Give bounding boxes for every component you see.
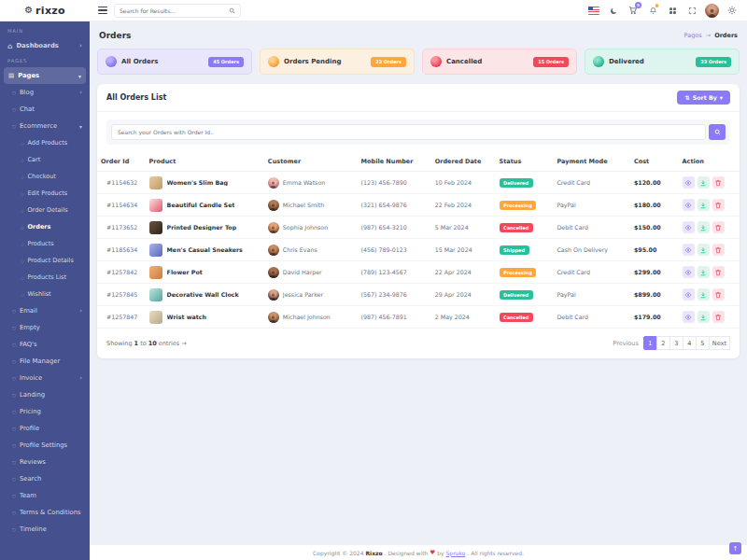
sidebar-item[interactable]: Wishlist: [0, 286, 90, 302]
sidebar-item[interactable]: Search: [0, 470, 90, 487]
delete-order-button[interactable]: [712, 311, 725, 323]
global-search-input[interactable]: [120, 7, 229, 14]
view-order-button[interactable]: [683, 266, 695, 278]
view-order-button[interactable]: [683, 221, 695, 233]
app-logo[interactable]: ⚙ rixzo: [0, 0, 90, 21]
sidebar-item[interactable]: Terms & Conditions: [0, 504, 90, 521]
pagination-page[interactable]: 3: [669, 336, 684, 350]
sidebar-item[interactable]: PAGES: [0, 54, 90, 67]
chevron-down-icon: ▾: [720, 94, 723, 101]
fullscreen-icon[interactable]: [685, 4, 698, 17]
column-header: Ordered Date: [431, 152, 496, 172]
delete-order-button[interactable]: [712, 244, 725, 256]
download-invoice-button[interactable]: [698, 288, 710, 301]
view-order-button[interactable]: [683, 288, 695, 301]
sidebar-item[interactable]: Profile Settings: [0, 437, 90, 454]
sidebar-item[interactable]: Team: [0, 487, 90, 504]
sidebar-item[interactable]: Add Products: [0, 134, 90, 151]
delete-order-button[interactable]: [712, 266, 725, 278]
summary-card[interactable]: All Orders 45 Orders: [97, 49, 252, 75]
dark-mode-icon[interactable]: [607, 4, 620, 17]
sort-icon: ⇅: [684, 94, 689, 101]
summary-card[interactable]: Delivered 23 Orders: [585, 49, 740, 75]
sidebar-item[interactable]: Product Details: [0, 252, 90, 269]
cart-icon[interactable]: 5: [627, 4, 640, 17]
breadcrumb-parent[interactable]: Pages: [684, 32, 702, 39]
sidebar-item[interactable]: Cart: [0, 151, 90, 168]
sidebar-item[interactable]: FAQ's: [0, 336, 90, 353]
trash-icon: [714, 246, 722, 254]
sidebar-item[interactable]: Ecommerce: [0, 118, 90, 134]
sidebar-item[interactable]: Reviews: [0, 454, 90, 470]
download-invoice-button[interactable]: [698, 176, 710, 189]
ordered-date: 29 Apr 2024: [431, 284, 496, 306]
scroll-top-button[interactable]: ↑: [729, 542, 741, 554]
sidebar-item[interactable]: Checkout: [0, 168, 90, 185]
column-header: Customer: [264, 152, 358, 172]
pagination-page[interactable]: 5: [696, 336, 710, 350]
view-order-button[interactable]: [683, 311, 695, 323]
sidebar-item[interactable]: Products: [0, 235, 90, 252]
delete-order-button[interactable]: [712, 221, 725, 233]
menu-toggle-icon[interactable]: [98, 7, 107, 14]
summary-card[interactable]: Orders Pending 23 Orders: [260, 49, 415, 75]
order-cost: $180.00: [630, 194, 679, 217]
settings-gear-icon[interactable]: [726, 4, 739, 17]
user-avatar[interactable]: [705, 4, 719, 18]
delete-order-button[interactable]: [712, 288, 725, 301]
sidebar-item[interactable]: Profile: [0, 420, 90, 437]
order-cost: $120.00: [630, 172, 679, 194]
sidebar-item[interactable]: Chat: [0, 101, 90, 118]
apps-grid-icon[interactable]: [666, 4, 679, 17]
summary-card[interactable]: Cancelled 15 Orders: [422, 49, 577, 75]
sidebar-item[interactable]: Pages: [4, 67, 86, 84]
orders-search-input[interactable]: [111, 124, 706, 140]
download-invoice-button[interactable]: [698, 244, 710, 256]
sidebar-item[interactable]: Landing: [0, 386, 90, 403]
sidebar-item[interactable]: Edit Products: [0, 185, 90, 202]
download-invoice-button[interactable]: [698, 221, 710, 233]
sidebar-item[interactable]: File Manager: [0, 353, 90, 370]
delete-order-button[interactable]: [712, 176, 725, 189]
order-sphere-icon: [430, 56, 442, 67]
sidebar-item[interactable]: Products List: [0, 269, 90, 286]
orders-search-button[interactable]: [709, 124, 726, 140]
sidebar-item[interactable]: Orders: [0, 218, 90, 235]
delete-order-button[interactable]: [712, 199, 725, 211]
sidebar-item[interactable]: Email: [0, 302, 90, 319]
sidebar-item[interactable]: Dashboards: [0, 37, 90, 54]
notifications-bell-icon[interactable]: [646, 4, 659, 17]
sidebar-item[interactable]: Empty: [0, 319, 90, 336]
eye-icon: [684, 202, 692, 209]
view-order-button[interactable]: [683, 176, 695, 189]
download-invoice-button[interactable]: [698, 311, 710, 323]
download-icon: [699, 246, 707, 254]
sidebar-item[interactable]: MAIN: [0, 24, 90, 37]
pagination-page[interactable]: 1: [643, 336, 657, 350]
summary-card-badge: 23 Orders: [696, 57, 731, 67]
language-flag-icon[interactable]: [587, 4, 600, 17]
orders-list-panel: All Orders List ⇅ Sort By ▾: [97, 84, 740, 358]
mobile-number: (321) 654-9876: [358, 194, 431, 217]
mobile-number: (123) 456-7890: [358, 172, 431, 194]
sidebar-item[interactable]: Timeline: [0, 521, 90, 538]
view-order-button[interactable]: [683, 244, 695, 256]
search-icon: [229, 7, 235, 14]
sidebar-item[interactable]: Blog: [0, 84, 90, 101]
pagination-previous[interactable]: Previous: [607, 340, 643, 347]
sort-by-button[interactable]: ⇅ Sort By ▾: [677, 91, 730, 105]
trash-icon: [714, 224, 722, 231]
pagination-next[interactable]: Next: [709, 336, 730, 350]
product-name: Wrist watch: [167, 314, 206, 320]
view-order-button[interactable]: [683, 199, 695, 211]
pagination-page[interactable]: 2: [656, 336, 670, 350]
sidebar-item[interactable]: Pricing: [0, 403, 90, 420]
page-footer: Copyright © 2024 Rixzo . Designed with ♥…: [90, 545, 747, 560]
spruko-link[interactable]: Spruko: [446, 550, 466, 556]
pagination-page[interactable]: 4: [683, 336, 697, 350]
customer-avatar: [268, 177, 279, 189]
sidebar-item[interactable]: Order Details: [0, 202, 90, 218]
sidebar-item[interactable]: Invoice: [0, 370, 90, 386]
download-invoice-button[interactable]: [698, 199, 710, 211]
download-invoice-button[interactable]: [698, 266, 710, 278]
